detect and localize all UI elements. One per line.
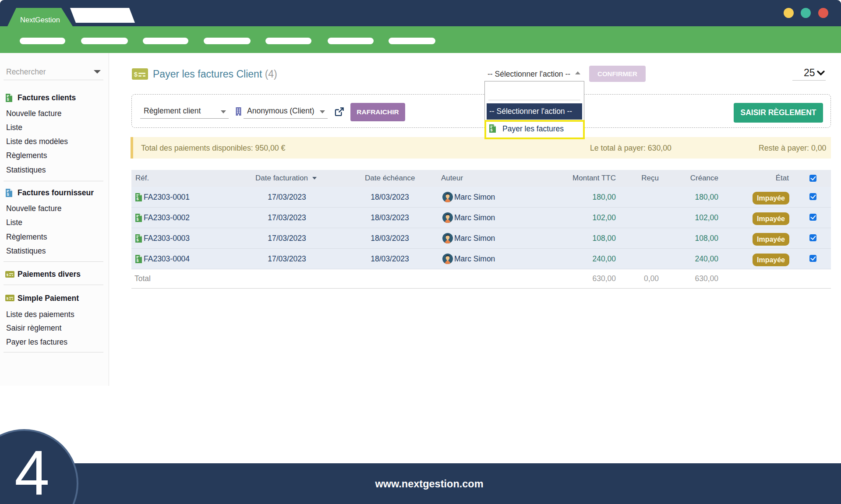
svg-text:$: $ [136, 258, 138, 263]
svg-text:$: $ [136, 197, 138, 201]
svg-text:$: $ [7, 273, 9, 277]
svg-text:$: $ [7, 192, 9, 197]
svg-text:$: $ [134, 70, 138, 78]
svg-text:$: $ [136, 217, 138, 222]
svg-text:$: $ [7, 296, 9, 300]
svg-text:$: $ [7, 97, 9, 102]
svg-text:$: $ [490, 128, 492, 132]
svg-text:$: $ [136, 238, 138, 242]
